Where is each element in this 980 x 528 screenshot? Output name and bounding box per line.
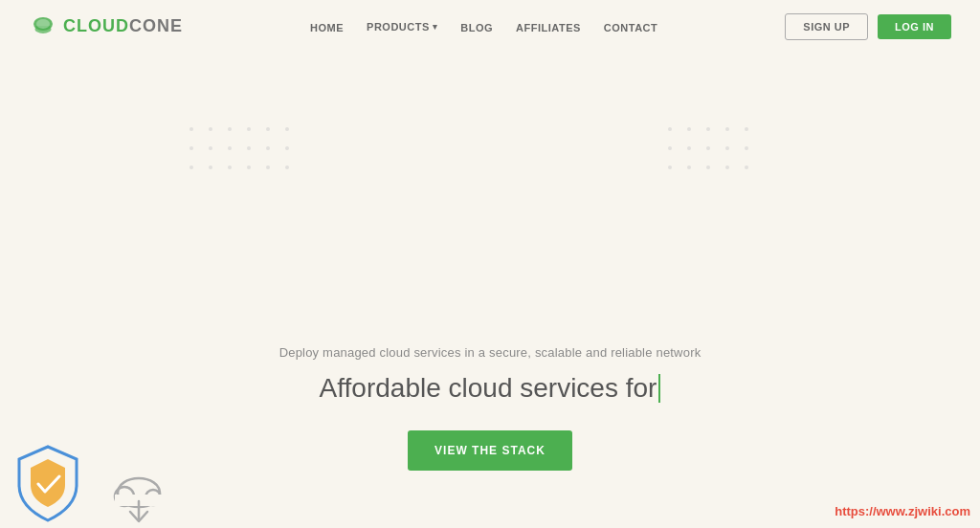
svg-point-21 (687, 127, 691, 131)
svg-point-3 (209, 127, 212, 131)
svg-point-9 (209, 146, 212, 150)
svg-point-22 (706, 127, 710, 131)
svg-point-25 (668, 146, 672, 150)
signup-button[interactable]: SIGN UP (785, 13, 868, 40)
hero-title: Affordable cloud services for (320, 373, 661, 404)
text-cursor (658, 374, 660, 403)
hero-subtitle: Deploy managed cloud services in a secur… (279, 345, 702, 360)
svg-point-15 (209, 165, 212, 169)
svg-point-18 (266, 165, 270, 169)
shield-icon (10, 442, 86, 528)
svg-point-7 (285, 127, 289, 131)
chevron-down-icon: ▾ (433, 22, 438, 32)
svg-point-14 (189, 165, 193, 169)
svg-point-29 (745, 146, 748, 150)
nav-links: HOME PRODUCTS ▾ BLOG AFFILIATES CONTACT (310, 18, 657, 35)
nav-item-products[interactable]: PRODUCTS ▾ (367, 21, 437, 33)
svg-point-19 (285, 165, 289, 169)
svg-point-5 (247, 127, 251, 131)
svg-point-8 (189, 146, 193, 150)
svg-point-10 (228, 146, 232, 150)
svg-point-12 (266, 146, 270, 150)
navbar: CLOUDCONE HOME PRODUCTS ▾ BLOG AFFILIATE… (0, 0, 980, 53)
svg-point-23 (725, 127, 729, 131)
logo-text: CLOUDCONE (63, 16, 183, 36)
svg-point-4 (228, 127, 232, 131)
svg-point-20 (668, 127, 672, 131)
cloud-download-icon (105, 466, 172, 528)
svg-point-30 (668, 165, 672, 169)
svg-point-32 (706, 165, 710, 169)
svg-point-6 (266, 127, 270, 131)
nav-item-home[interactable]: HOME (310, 18, 344, 35)
svg-point-13 (285, 146, 289, 150)
watermark: https://www.zjwiki.com (835, 504, 970, 518)
svg-point-2 (189, 127, 193, 131)
svg-point-11 (247, 146, 251, 150)
svg-point-28 (725, 146, 729, 150)
nav-item-affiliates[interactable]: AFFILIATES (516, 18, 581, 35)
svg-point-26 (687, 146, 691, 150)
decorative-icons (0, 442, 172, 528)
nav-buttons: SIGN UP LOG IN (785, 13, 951, 40)
svg-point-16 (228, 165, 232, 169)
logo-icon (29, 12, 57, 41)
svg-point-34 (745, 165, 748, 169)
svg-point-1 (36, 19, 50, 29)
nav-item-contact[interactable]: CONTACT (604, 18, 657, 35)
svg-point-27 (706, 146, 710, 150)
svg-point-24 (745, 127, 748, 131)
nav-item-blog[interactable]: BLOG (460, 18, 493, 35)
logo[interactable]: CLOUDCONE (29, 12, 183, 41)
hero-section: Deploy managed cloud services in a secur… (0, 53, 980, 528)
svg-point-17 (247, 165, 251, 169)
svg-point-31 (687, 165, 691, 169)
view-stack-button[interactable]: VIEW THE STACK (408, 430, 572, 471)
svg-point-33 (725, 165, 729, 169)
login-button[interactable]: LOG IN (878, 14, 951, 39)
